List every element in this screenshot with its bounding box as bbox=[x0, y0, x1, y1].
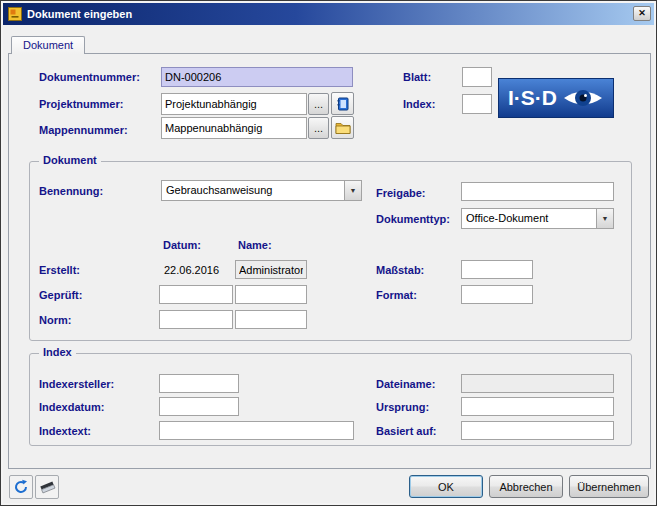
blatt-input[interactable] bbox=[462, 67, 492, 87]
projektnummer-label: Projektnummer: bbox=[39, 98, 123, 110]
refresh-button[interactable] bbox=[9, 475, 33, 499]
tab-dokument[interactable]: Dokument bbox=[11, 36, 85, 54]
dateiname-label: Dateiname: bbox=[376, 378, 435, 390]
apply-button[interactable]: Übernehmen bbox=[569, 475, 649, 498]
mappen-browse-button[interactable]: ... bbox=[308, 117, 329, 139]
geprueft-name-input[interactable] bbox=[235, 285, 307, 304]
projekt-list-button[interactable] bbox=[331, 92, 354, 115]
mappen-folder-button[interactable] bbox=[331, 116, 354, 139]
tab-label: Dokument bbox=[23, 39, 73, 51]
cancel-button[interactable]: Abbrechen bbox=[489, 475, 563, 498]
isd-logo-text: I·S·D bbox=[508, 86, 557, 110]
name-column-header: Name: bbox=[238, 239, 272, 251]
erstellt-label: Erstellt: bbox=[39, 264, 80, 276]
dokumenttyp-label: Dokumenttyp: bbox=[376, 213, 450, 225]
eraser-button[interactable] bbox=[35, 475, 59, 499]
index-label: Index: bbox=[403, 98, 435, 110]
dokumenttyp-value: Office-Dokument bbox=[466, 212, 548, 224]
blatt-label: Blatt: bbox=[403, 71, 431, 83]
norm-datum-input[interactable] bbox=[159, 310, 233, 329]
benennung-select[interactable]: Gebrauchsanweisung ▼ bbox=[161, 180, 362, 201]
freigabe-input[interactable] bbox=[461, 182, 614, 201]
indexdatum-label: Indexdatum: bbox=[39, 401, 104, 413]
freigabe-label: Freigabe: bbox=[376, 187, 426, 199]
basiert-auf-input[interactable] bbox=[461, 421, 614, 440]
window-title: Dokument eingeben bbox=[27, 8, 132, 20]
titlebar[interactable]: Dokument eingeben bbox=[3, 3, 654, 25]
ellipsis-icon: ... bbox=[314, 98, 323, 110]
index-input[interactable] bbox=[462, 94, 492, 114]
benennung-value: Gebrauchsanweisung bbox=[166, 184, 272, 196]
projektnummer-input[interactable] bbox=[161, 93, 307, 115]
geprueft-label: Geprüft: bbox=[39, 289, 82, 301]
close-button[interactable]: ✕ bbox=[633, 6, 651, 21]
folder-icon bbox=[335, 121, 351, 134]
chevron-down-icon[interactable]: ▼ bbox=[344, 181, 361, 200]
ok-button[interactable]: OK bbox=[409, 475, 483, 498]
projekt-browse-button[interactable]: ... bbox=[308, 93, 329, 115]
indexdatum-input[interactable] bbox=[159, 397, 239, 416]
dialog-dokument-eingeben: Dokument eingeben ✕ Dokument Dokumentnum… bbox=[0, 0, 657, 506]
norm-label: Norm: bbox=[39, 314, 71, 326]
massstab-input[interactable] bbox=[461, 260, 533, 279]
format-input[interactable] bbox=[461, 285, 533, 304]
ellipsis-icon: ... bbox=[314, 122, 323, 134]
dateiname-field bbox=[461, 374, 614, 393]
massstab-label: Maßstab: bbox=[376, 264, 424, 276]
isd-logo: I·S·D bbox=[498, 78, 614, 118]
group-dokument-title: Dokument bbox=[39, 154, 101, 166]
datum-column-header: Datum: bbox=[163, 239, 201, 251]
eraser-icon bbox=[39, 479, 56, 495]
notebook-icon bbox=[336, 97, 350, 111]
format-label: Format: bbox=[376, 289, 417, 301]
mappennummer-label: Mappennummer: bbox=[39, 124, 128, 136]
indexersteller-label: Indexersteller: bbox=[39, 378, 114, 390]
indextext-label: Indextext: bbox=[39, 425, 91, 437]
indexersteller-input[interactable] bbox=[159, 374, 239, 393]
close-icon: ✕ bbox=[638, 8, 646, 18]
dokumentnummer-input[interactable] bbox=[161, 67, 353, 87]
indextext-input[interactable] bbox=[159, 421, 354, 440]
eye-icon bbox=[562, 85, 604, 111]
app-icon bbox=[8, 7, 22, 21]
erstellt-name-field bbox=[235, 260, 307, 279]
norm-name-input[interactable] bbox=[235, 310, 307, 329]
group-index-title: Index bbox=[39, 346, 76, 358]
basiert-auf-label: Basiert auf: bbox=[376, 425, 437, 437]
refresh-icon bbox=[13, 479, 29, 495]
dokumenttyp-select[interactable]: Office-Dokument ▼ bbox=[461, 208, 614, 229]
dokumentnummer-label: Dokumentnummer: bbox=[39, 71, 140, 83]
chevron-down-icon[interactable]: ▼ bbox=[596, 209, 613, 228]
mappennummer-input[interactable] bbox=[161, 117, 307, 139]
benennung-label: Benennung: bbox=[39, 185, 103, 197]
geprueft-datum-input[interactable] bbox=[159, 285, 233, 304]
ursprung-label: Ursprung: bbox=[376, 401, 429, 413]
erstellt-datum-value: 22.06.2016 bbox=[164, 264, 219, 276]
ursprung-input[interactable] bbox=[461, 397, 614, 416]
